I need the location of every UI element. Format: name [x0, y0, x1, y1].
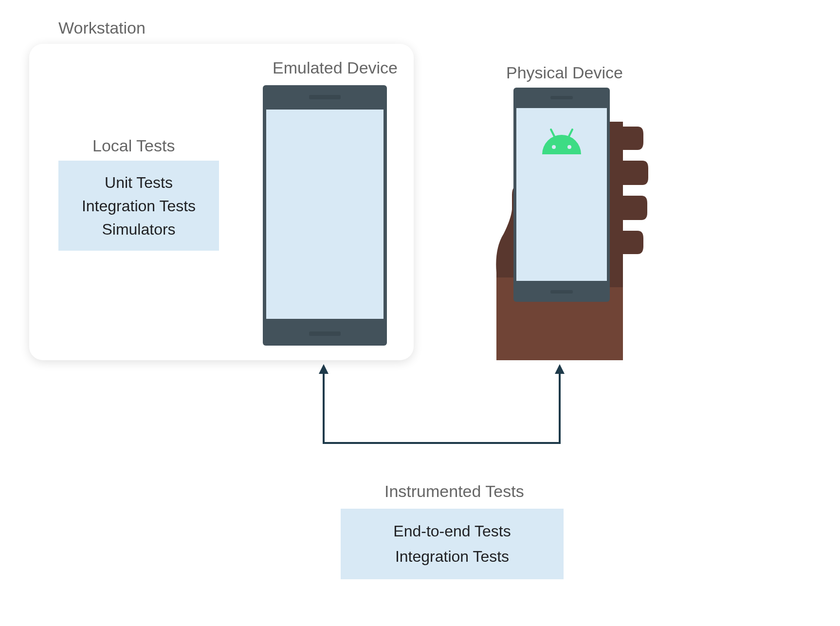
android-icon — [537, 128, 586, 157]
instrumented-tests-item: End-to-end Tests — [393, 519, 511, 544]
phone-screen — [516, 108, 607, 281]
phone-screen — [266, 110, 383, 319]
instrumented-tests-label: Instrumented Tests — [384, 482, 524, 501]
svg-point-4 — [567, 145, 571, 149]
local-tests-item: Simulators — [102, 218, 175, 241]
instrumented-tests-item: Integration Tests — [395, 544, 509, 569]
local-tests-label: Local Tests — [92, 136, 175, 155]
diagram-canvas: Workstation Local Tests Unit Tests Integ… — [0, 0, 840, 626]
svg-line-1 — [551, 129, 554, 136]
connector-arrow-icon — [302, 360, 594, 458]
workstation-label: Workstation — [58, 18, 146, 37]
physical-device-label: Physical Device — [506, 63, 623, 82]
emulated-device-label: Emulated Device — [273, 58, 398, 77]
physical-phone-icon — [513, 88, 610, 302]
phone-speaker-icon — [550, 96, 573, 99]
phone-home-icon — [550, 290, 573, 294]
physical-device-group — [472, 88, 657, 370]
phone-speaker-icon — [309, 95, 341, 99]
phone-home-icon — [309, 331, 341, 336]
emulated-phone-icon — [263, 85, 387, 346]
local-tests-item: Integration Tests — [82, 194, 196, 218]
svg-line-2 — [569, 129, 572, 136]
local-tests-item: Unit Tests — [105, 171, 173, 194]
local-tests-box: Unit Tests Integration Tests Simulators — [58, 161, 219, 251]
instrumented-tests-box: End-to-end Tests Integration Tests — [341, 509, 564, 579]
svg-point-3 — [552, 145, 556, 149]
